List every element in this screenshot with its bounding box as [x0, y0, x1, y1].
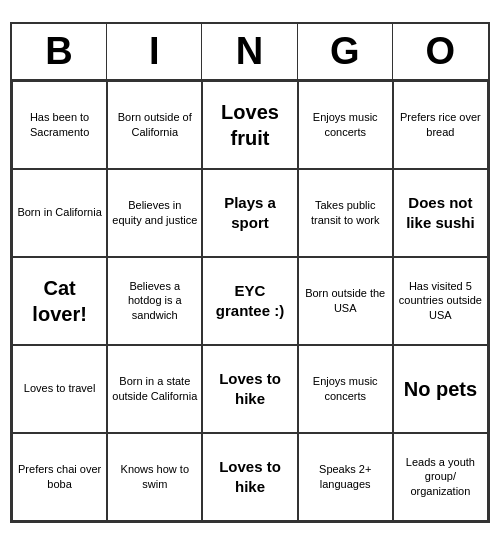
bingo-grid: Has been to SacramentoBorn outside of Ca… [12, 81, 488, 521]
bingo-cell-23[interactable]: Speaks 2+ languages [298, 433, 393, 521]
bingo-cell-8[interactable]: Takes public transit to work [298, 169, 393, 257]
bingo-cell-4[interactable]: Prefers rice over bread [393, 81, 488, 169]
bingo-cell-14[interactable]: Has visited 5 countries outside USA [393, 257, 488, 345]
bingo-cell-10[interactable]: Cat lover! [12, 257, 107, 345]
bingo-cell-5[interactable]: Born in California [12, 169, 107, 257]
bingo-cell-1[interactable]: Born outside of California [107, 81, 202, 169]
bingo-cell-15[interactable]: Loves to travel [12, 345, 107, 433]
bingo-cell-12[interactable]: EYC grantee :) [202, 257, 297, 345]
bingo-letter-b: B [12, 24, 107, 79]
bingo-letter-g: G [298, 24, 393, 79]
bingo-cell-13[interactable]: Born outside the USA [298, 257, 393, 345]
bingo-letter-i: I [107, 24, 202, 79]
bingo-cell-20[interactable]: Prefers chai over boba [12, 433, 107, 521]
bingo-cell-19[interactable]: No pets [393, 345, 488, 433]
bingo-cell-22[interactable]: Loves to hike [202, 433, 297, 521]
bingo-cell-11[interactable]: Believes a hotdog is a sandwich [107, 257, 202, 345]
bingo-header: BINGO [12, 24, 488, 81]
bingo-card: BINGO Has been to SacramentoBorn outside… [10, 22, 490, 523]
bingo-cell-2[interactable]: Loves fruit [202, 81, 297, 169]
bingo-cell-6[interactable]: Believes in equity and justice [107, 169, 202, 257]
bingo-letter-o: O [393, 24, 488, 79]
bingo-cell-18[interactable]: Enjoys music concerts [298, 345, 393, 433]
bingo-cell-16[interactable]: Born in a state outside California [107, 345, 202, 433]
bingo-cell-17[interactable]: Loves to hike [202, 345, 297, 433]
bingo-cell-0[interactable]: Has been to Sacramento [12, 81, 107, 169]
bingo-cell-7[interactable]: Plays a sport [202, 169, 297, 257]
bingo-cell-9[interactable]: Does not like sushi [393, 169, 488, 257]
bingo-letter-n: N [202, 24, 297, 79]
bingo-cell-24[interactable]: Leads a youth group/ organization [393, 433, 488, 521]
bingo-cell-3[interactable]: Enjoys music concerts [298, 81, 393, 169]
bingo-cell-21[interactable]: Knows how to swim [107, 433, 202, 521]
